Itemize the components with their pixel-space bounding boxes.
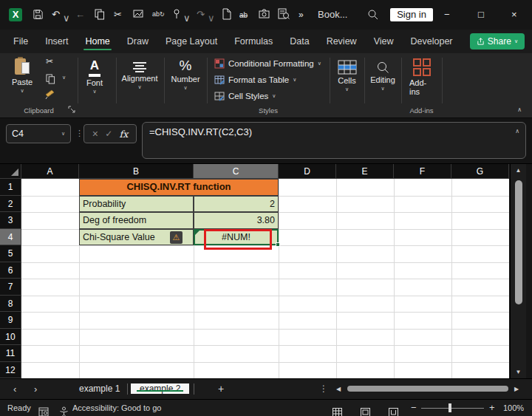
cancel-icon[interactable]: × bbox=[92, 128, 98, 140]
fill-handle[interactable] bbox=[276, 242, 280, 247]
search-icon[interactable] bbox=[367, 9, 378, 22]
formula-input[interactable]: =CHISQ.INV.RT(C2,C3) ∧ bbox=[142, 122, 526, 159]
tab-file[interactable]: File bbox=[12, 32, 30, 51]
zoom-slider-thumb[interactable] bbox=[449, 403, 451, 412]
zoom-level[interactable]: 100% bbox=[503, 400, 524, 416]
column-header-f[interactable]: F bbox=[394, 164, 451, 179]
column-header-c[interactable]: C bbox=[194, 164, 279, 179]
back-icon[interactable]: ← bbox=[75, 8, 85, 21]
column-header-a[interactable]: A bbox=[21, 164, 79, 179]
copy-icon[interactable] bbox=[95, 9, 105, 22]
insert-function-icon[interactable]: fx bbox=[120, 129, 129, 140]
vertical-scrollbar[interactable]: ▲ ▼ bbox=[510, 164, 526, 378]
cell-b4-label[interactable]: Chi-Square Value ⚠ bbox=[79, 229, 194, 246]
accessibility-icon[interactable] bbox=[59, 403, 69, 416]
page-break-view-icon[interactable] bbox=[389, 403, 398, 416]
paste-button[interactable]: Paste ∨ bbox=[12, 57, 33, 94]
row-header-4[interactable]: 4 bbox=[0, 229, 21, 246]
zoom-out-icon[interactable]: − bbox=[411, 400, 417, 416]
undo-icon[interactable]: ↶ bbox=[52, 8, 60, 21]
column-header-g[interactable]: G bbox=[451, 164, 509, 179]
cell-b2-label[interactable]: Probability bbox=[79, 196, 194, 213]
scroll-down-icon[interactable]: ▼ bbox=[511, 369, 526, 375]
row-header-12[interactable]: 12 bbox=[0, 362, 21, 379]
cell-b3-label[interactable]: Deg of freedom bbox=[79, 212, 194, 229]
sheet-tab-example1[interactable]: example 1 bbox=[70, 379, 129, 399]
zoom-slider[interactable] bbox=[421, 408, 484, 409]
save-icon[interactable] bbox=[33, 9, 44, 22]
normal-view-icon[interactable] bbox=[332, 403, 342, 416]
page-layout-view-icon[interactable] bbox=[361, 403, 370, 416]
redo-icon[interactable]: ↷ bbox=[197, 8, 205, 21]
vertical-scrollbar-thumb[interactable] bbox=[515, 180, 522, 304]
row-header-8[interactable]: 8 bbox=[0, 296, 21, 313]
row-header-11[interactable]: 11 bbox=[0, 345, 21, 362]
horizontal-scrollbar-thumb[interactable] bbox=[347, 386, 508, 392]
row-header-1[interactable]: 1 bbox=[0, 179, 21, 196]
new-file-icon[interactable] bbox=[222, 8, 231, 21]
tab-formulas[interactable]: Formulas bbox=[233, 32, 274, 51]
undo-dropdown-icon[interactable]: ∨ bbox=[63, 12, 70, 25]
row-header-2[interactable]: 2 bbox=[0, 196, 21, 213]
close-button[interactable]: × bbox=[511, 8, 517, 21]
group-alignment[interactable]: Alignment ∨ bbox=[116, 53, 164, 118]
scroll-right-icon[interactable]: ▶ bbox=[514, 379, 519, 399]
group-number[interactable]: % Number ∨ bbox=[164, 53, 207, 118]
tab-draw[interactable]: Draw bbox=[126, 32, 150, 51]
row-header-3[interactable]: 3 bbox=[0, 212, 21, 229]
cut-icon[interactable]: ✂ bbox=[114, 8, 122, 21]
picture-edit-icon[interactable] bbox=[133, 9, 144, 22]
select-all-corner[interactable] bbox=[0, 164, 21, 179]
tab-insert[interactable]: Insert bbox=[44, 32, 69, 51]
group-font[interactable]: A Font ∨ bbox=[78, 53, 116, 118]
cell-c2-value[interactable]: 2 bbox=[194, 196, 279, 213]
accessibility-status[interactable]: Accessibility: Good to go bbox=[72, 400, 161, 416]
row-header-6[interactable]: 6 bbox=[0, 262, 21, 279]
maximize-button[interactable]: □ bbox=[478, 8, 484, 21]
minimize-button[interactable]: − bbox=[444, 8, 450, 21]
redo-dropdown-icon[interactable]: ∨ bbox=[208, 12, 215, 25]
column-header-b[interactable]: B bbox=[79, 164, 194, 179]
tab-view[interactable]: View bbox=[372, 32, 395, 51]
tab-review[interactable]: Review bbox=[325, 32, 358, 51]
name-box[interactable]: C4 ∨ bbox=[6, 124, 71, 143]
tab-home[interactable]: Home bbox=[83, 32, 111, 51]
row-header-9[interactable]: 9 bbox=[0, 312, 21, 329]
tab-data[interactable]: Data bbox=[288, 32, 310, 51]
cell-styles-button[interactable]: Cell Styles ∨ bbox=[214, 91, 276, 101]
document-search-icon[interactable] bbox=[278, 8, 290, 21]
touch-mode-icon[interactable] bbox=[171, 8, 182, 21]
zoom-in-icon[interactable]: + bbox=[489, 400, 495, 416]
sheet-tab-example2[interactable]: example 2 bbox=[131, 383, 189, 394]
tab-page-layout[interactable]: Page Layout bbox=[164, 32, 219, 51]
tab-developer[interactable]: Developer bbox=[409, 32, 454, 51]
column-header-e[interactable]: E bbox=[336, 164, 394, 179]
more-commands-icon[interactable]: » bbox=[299, 8, 304, 21]
copy-button[interactable] bbox=[46, 72, 55, 85]
group-cells[interactable]: Cells ∨ bbox=[330, 53, 364, 118]
format-as-table-button[interactable]: Format as Table ∨ bbox=[214, 75, 296, 85]
replace-icon[interactable]: ab↻ bbox=[152, 7, 165, 21]
scroll-left-icon[interactable]: ◀ bbox=[336, 379, 341, 399]
format-painter-button[interactable] bbox=[44, 87, 55, 100]
sign-in-button[interactable]: Sign in bbox=[390, 8, 433, 21]
group-editing[interactable]: Editing ∨ bbox=[364, 53, 401, 118]
copy-dropdown-icon[interactable]: ∨ bbox=[62, 75, 66, 81]
row-header-5[interactable]: 5 bbox=[0, 245, 21, 262]
column-header-d[interactable]: D bbox=[279, 164, 336, 179]
share-button[interactable]: Share ∨ bbox=[470, 33, 525, 50]
camera-icon[interactable] bbox=[259, 9, 270, 22]
error-warning-icon[interactable]: ⚠ bbox=[170, 231, 183, 244]
scroll-up-icon[interactable]: ▲ bbox=[511, 167, 526, 174]
enter-icon[interactable]: ✓ bbox=[105, 129, 112, 139]
clipboard-dialog-launcher-icon[interactable] bbox=[68, 102, 75, 115]
cell-c4-selected[interactable]: #NUM! bbox=[194, 229, 279, 246]
collapse-ribbon-icon[interactable]: ∧ bbox=[517, 106, 522, 113]
row-header-10[interactable]: 10 bbox=[0, 329, 21, 346]
macro-record-icon[interactable] bbox=[38, 403, 49, 416]
cell-c3-value[interactable]: 3.80 bbox=[194, 212, 279, 229]
next-sheet-icon[interactable]: › bbox=[34, 379, 37, 399]
strikethrough-icon[interactable]: ab bbox=[239, 9, 248, 22]
prev-sheet-icon[interactable]: ‹ bbox=[13, 379, 16, 399]
cell-b1-title[interactable]: CHISQ.INV.RT function bbox=[79, 179, 279, 196]
